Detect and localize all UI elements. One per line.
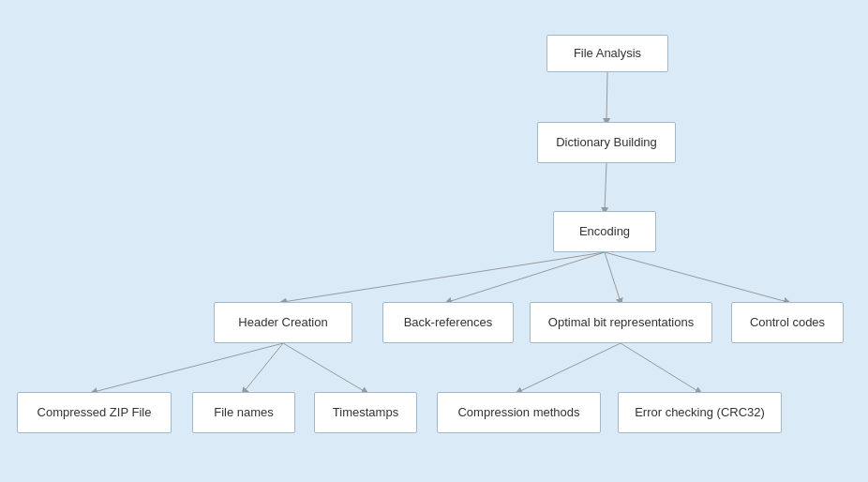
- svg-line-4: [605, 252, 621, 302]
- svg-line-9: [518, 343, 621, 392]
- header-creation-node: Header Creation: [214, 302, 352, 343]
- error-checking-node: Error checking (CRC32): [618, 392, 782, 433]
- compressed-zip-node: Compressed ZIP File: [17, 392, 172, 433]
- svg-line-0: [606, 72, 607, 122]
- svg-line-5: [605, 252, 787, 302]
- svg-line-2: [283, 252, 605, 302]
- svg-line-7: [244, 343, 283, 392]
- svg-line-8: [283, 343, 366, 392]
- control-codes-node: Control codes: [731, 302, 844, 343]
- file-analysis-node: File Analysis: [546, 35, 668, 72]
- optimal-bit-node: Optimal bit representations: [530, 302, 712, 343]
- compression-methods-node: Compression methods: [437, 392, 601, 433]
- svg-line-10: [621, 343, 699, 392]
- file-names-node: File names: [192, 392, 295, 433]
- svg-line-3: [448, 252, 605, 302]
- svg-line-1: [605, 163, 606, 211]
- svg-line-6: [94, 343, 283, 392]
- timestamps-node: Timestamps: [314, 392, 417, 433]
- encoding-node: Encoding: [553, 211, 656, 252]
- dictionary-building-node: Dictionary Building: [537, 122, 676, 163]
- back-references-node: Back-references: [382, 302, 514, 343]
